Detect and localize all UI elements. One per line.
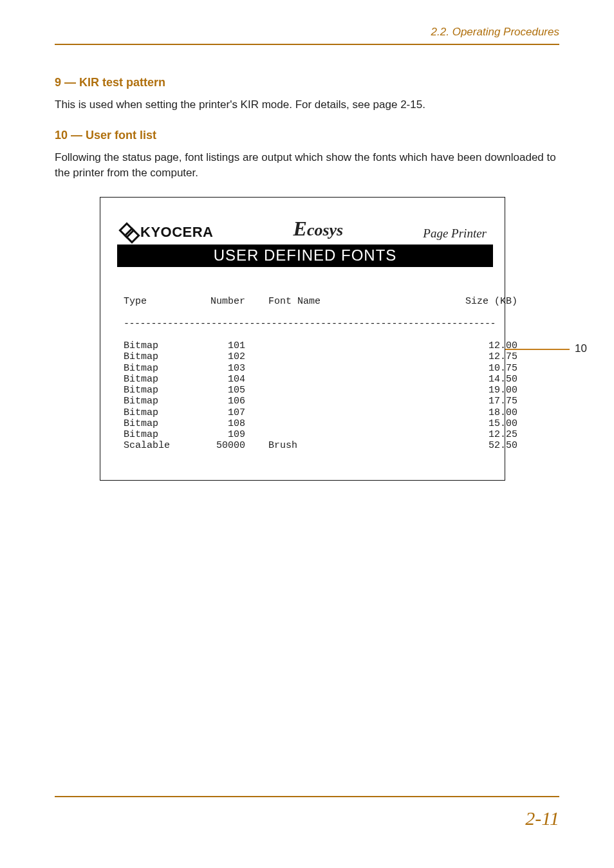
kyocera-text: KYOCERA	[140, 224, 214, 241]
sample-title-bar: USER DEFINED FONTS	[117, 245, 493, 267]
callout-number: 10	[575, 342, 587, 355]
table-row: Bitmap 104 14.50	[124, 374, 487, 385]
callout-leader-line	[505, 349, 570, 350]
running-header: 2.2. Operating Procedures	[55, 26, 559, 44]
font-table: Type Number Font Name Size (KB) --------…	[118, 285, 492, 474]
table-row: Bitmap 108 15.00	[124, 418, 487, 429]
kyocera-logo: KYOCERA	[121, 224, 214, 241]
table-row: Bitmap 109 12.25	[124, 429, 487, 440]
section-10-heading: 10 — User font list	[55, 129, 559, 142]
table-row: Bitmap 103 10.75	[124, 363, 487, 374]
table-row: Bitmap 107 18.00	[124, 407, 487, 418]
ecosys-logo: Ecosys	[214, 217, 423, 241]
footer-rule	[55, 796, 559, 797]
section-9-body: This is used when setting the printer's …	[55, 97, 559, 113]
sample-printout-box: KYOCERA Ecosys Page Printer USER DEFINED…	[100, 197, 505, 481]
table-header-row: Type Number Font Name Size (KB)	[124, 296, 487, 307]
section-reference: 2.2. Operating Procedures	[431, 26, 559, 38]
table-row: Bitmap 101 12.00	[124, 340, 487, 351]
section-10-body: Following the status page, font listings…	[55, 150, 559, 181]
table-row: Bitmap 102 12.75	[124, 351, 487, 362]
header-rule	[55, 44, 559, 45]
kyocera-mark-icon	[121, 225, 136, 240]
sample-figure: KYOCERA Ecosys Page Printer USER DEFINED…	[100, 197, 559, 481]
sample-header-row: KYOCERA Ecosys Page Printer	[118, 217, 492, 245]
table-row: Bitmap 105 19.00	[124, 385, 487, 396]
page-printer-label: Page Printer	[423, 226, 487, 241]
table-row: Scalable 50000 Brush 52.50	[124, 440, 487, 451]
table-divider: ----------------------------------------…	[124, 319, 487, 329]
page-number: 2-11	[525, 808, 559, 829]
table-row: Bitmap 106 17.75	[124, 396, 487, 407]
section-9-heading: 9 — KIR test pattern	[55, 76, 559, 89]
